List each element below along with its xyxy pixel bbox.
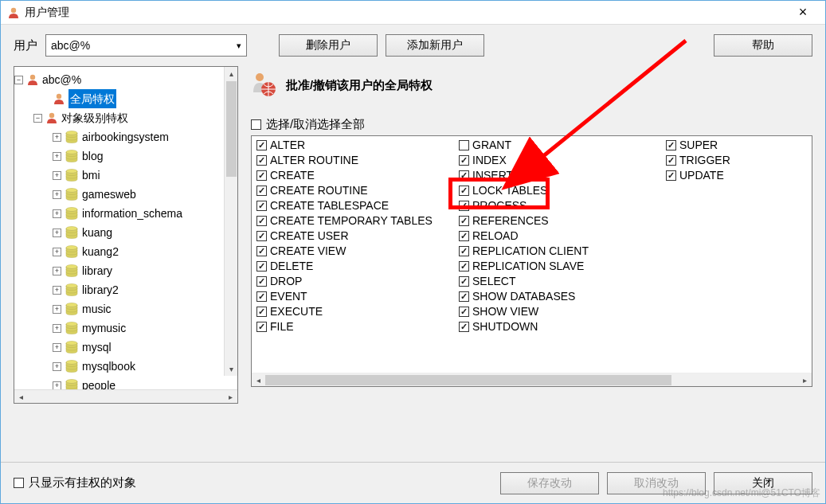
priv-event[interactable]: EVENT: [256, 289, 451, 304]
expander-icon[interactable]: −: [14, 76, 23, 84]
checkbox[interactable]: [459, 201, 469, 211]
tree-vscrollbar[interactable]: ▴ ▾: [224, 67, 237, 376]
expander-icon[interactable]: +: [53, 381, 61, 390]
expander-icon[interactable]: +: [53, 190, 61, 199]
expander-icon[interactable]: +: [53, 362, 61, 371]
priv-create-temporary-tables[interactable]: CREATE TEMPORARY TABLES: [256, 213, 451, 229]
priv-trigger[interactable]: TRIGGER: [666, 153, 807, 168]
window-close-button[interactable]: ×: [787, 4, 819, 21]
priv-show-view[interactable]: SHOW VIEW: [459, 304, 658, 319]
checkbox[interactable]: [256, 276, 267, 287]
tree-db-mymusic[interactable]: +mymusic: [14, 318, 237, 338]
priv-update[interactable]: UPDATE: [666, 168, 807, 183]
priv-grant[interactable]: GRANT: [459, 138, 658, 153]
priv-create-view[interactable]: CREATE VIEW: [256, 244, 451, 259]
checkbox[interactable]: [459, 186, 469, 196]
priv-hscrollbar[interactable]: ◂ ▸: [252, 373, 812, 386]
priv-lock-tables[interactable]: LOCK TABLES: [459, 183, 658, 198]
expander-icon[interactable]: +: [53, 248, 61, 256]
priv-index[interactable]: INDEX: [459, 153, 658, 168]
select-all-checkbox[interactable]: [251, 119, 261, 130]
tree-db-kuang2[interactable]: +kuang2: [14, 242, 237, 261]
priv-references[interactable]: REFERENCES: [459, 213, 658, 229]
tree-db-gamesweb[interactable]: +gamesweb: [14, 185, 237, 204]
expander-icon[interactable]: +: [53, 229, 61, 237]
checkbox[interactable]: [666, 170, 676, 181]
priv-select[interactable]: SELECT: [459, 274, 658, 289]
priv-super[interactable]: SUPER: [666, 138, 807, 153]
expander-icon[interactable]: +: [53, 343, 61, 352]
tree-db-bmi[interactable]: +bmi: [14, 166, 237, 185]
add-user-button[interactable]: 添加新用户: [386, 34, 484, 57]
checkbox[interactable]: [256, 291, 267, 302]
priv-show-databases[interactable]: SHOW DATABASES: [459, 289, 658, 304]
scroll-up-icon[interactable]: ▴: [225, 67, 237, 80]
scroll-thumb[interactable]: [226, 81, 237, 177]
priv-drop[interactable]: DROP: [256, 274, 451, 289]
checkbox[interactable]: [256, 216, 267, 226]
checkbox[interactable]: [256, 231, 267, 241]
checkbox[interactable]: [459, 246, 469, 256]
priv-create-routine[interactable]: CREATE ROUTINE: [256, 183, 451, 198]
user-select[interactable]: abc@% ▾: [45, 34, 247, 57]
checkbox[interactable]: [459, 291, 469, 302]
tree-db-library[interactable]: +library: [14, 261, 237, 280]
checkbox[interactable]: [256, 170, 267, 181]
checkbox[interactable]: [256, 261, 267, 272]
tree-db-kuang[interactable]: +kuang: [14, 223, 237, 242]
expander-icon[interactable]: +: [53, 286, 61, 295]
checkbox[interactable]: [459, 155, 469, 166]
priv-shutdown[interactable]: SHUTDOWN: [459, 319, 658, 334]
checkbox[interactable]: [666, 155, 676, 166]
checkbox[interactable]: [256, 140, 267, 150]
tree-db-music[interactable]: +music: [14, 299, 237, 318]
priv-alter[interactable]: ALTER: [256, 138, 451, 153]
scroll-thumb[interactable]: [265, 375, 671, 385]
tree-db-mysqlbook[interactable]: +mysqlbook: [14, 357, 237, 376]
delete-user-button[interactable]: 删除用户: [279, 34, 378, 57]
only-priv-checkbox[interactable]: [14, 478, 24, 488]
tree-global-priv[interactable]: 全局特权: [14, 89, 237, 108]
expander-icon[interactable]: +: [53, 171, 61, 180]
expander-icon[interactable]: +: [53, 209, 61, 218]
tree-db-airbookingsystem[interactable]: +airbookingsystem: [14, 127, 237, 147]
tree-db-library2[interactable]: +library2: [14, 280, 237, 299]
priv-create-tablespace[interactable]: CREATE TABLESPACE: [256, 198, 451, 213]
checkbox[interactable]: [256, 201, 267, 211]
priv-replication-client[interactable]: REPLICATION CLIENT: [459, 244, 658, 259]
checkbox[interactable]: [256, 307, 267, 317]
checkbox[interactable]: [459, 231, 469, 241]
scroll-left-icon[interactable]: ◂: [14, 393, 28, 401]
priv-delete[interactable]: DELETE: [256, 259, 451, 274]
checkbox[interactable]: [459, 322, 469, 332]
priv-alter-routine[interactable]: ALTER ROUTINE: [256, 153, 451, 168]
checkbox[interactable]: [459, 261, 469, 272]
tree-user-root[interactable]: −abc@%: [14, 70, 237, 89]
scroll-left-icon[interactable]: ◂: [252, 376, 265, 385]
tree-db-information_schema[interactable]: +information_schema: [14, 204, 237, 223]
checkbox[interactable]: [459, 170, 469, 181]
priv-create[interactable]: CREATE: [256, 168, 451, 183]
checkbox[interactable]: [666, 140, 676, 150]
checkbox[interactable]: [256, 155, 267, 166]
expander-icon[interactable]: +: [53, 152, 61, 161]
object-tree[interactable]: −abc@%全局特权−对象级别特权+airbookingsystem+blog+…: [14, 67, 237, 389]
save-button[interactable]: 保存改动: [500, 472, 599, 494]
expander-icon[interactable]: +: [53, 305, 61, 314]
expander-icon[interactable]: +: [53, 133, 61, 142]
expander-icon[interactable]: +: [53, 324, 61, 333]
priv-file[interactable]: FILE: [256, 319, 451, 334]
tree-db-mysql[interactable]: +mysql: [14, 338, 237, 357]
tree-object-priv[interactable]: −对象级别特权: [14, 108, 237, 127]
checkbox[interactable]: [459, 216, 469, 226]
priv-process[interactable]: PROCESS: [459, 198, 658, 213]
priv-execute[interactable]: EXECUTE: [256, 304, 451, 319]
expander-icon[interactable]: +: [53, 267, 61, 275]
expander-icon[interactable]: −: [33, 114, 42, 123]
checkbox[interactable]: [256, 186, 267, 196]
checkbox[interactable]: [256, 322, 267, 332]
checkbox[interactable]: [256, 246, 267, 256]
checkbox[interactable]: [459, 307, 469, 317]
help-button[interactable]: 帮助: [714, 34, 812, 57]
priv-insert[interactable]: INSERT: [459, 168, 658, 183]
